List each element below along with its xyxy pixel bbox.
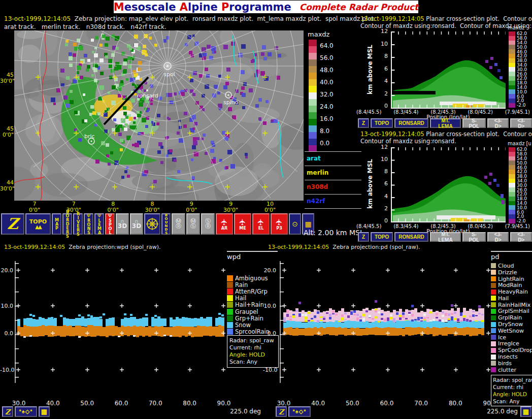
svg-text:spol: spol <box>163 71 175 78</box>
grid-mini-button[interactable]: ▦ <box>39 406 50 417</box>
y-tick-label: 6 <box>384 66 388 72</box>
map-header-line1: 13-oct-1999,12:14:05 Zebra projection: m… <box>4 15 376 22</box>
cs-toolbar-button[interactable]: S-POL <box>462 232 485 242</box>
colorbar-label: 48.0 <box>320 67 334 73</box>
cs-toolbar-button[interactable]: <3-D> <box>510 118 532 128</box>
cs-toolbar-button[interactable]: <3-D> <box>487 118 509 128</box>
colorbar-cell <box>309 66 317 73</box>
colorbar-cell <box>309 59 317 66</box>
cs2-plot-canvas[interactable] <box>391 147 506 222</box>
colorbar-row: 50.0 <box>509 160 527 165</box>
hydrometeor-symbols-button[interactable]: *♠◇* <box>288 406 311 417</box>
cs-toolbar-button[interactable]: RONSARD <box>394 232 428 242</box>
cs2-y-ticks: 121086420 <box>378 144 388 223</box>
colorbar-cell <box>309 99 317 106</box>
lat-label: 450'0" <box>0 126 14 138</box>
zebra-logo-button[interactable]: Z <box>1 213 24 235</box>
3d-view-button-1[interactable]: ∩3D <box>116 213 129 235</box>
sr-pair-button[interactable]: ⓈⓇ <box>201 213 215 235</box>
compass-wheel-button[interactable] <box>144 213 160 235</box>
status-scan: Scan: Any <box>229 359 276 366</box>
timestamp: 13-oct-1999,12:14:05 <box>268 244 329 250</box>
wpd-ytick-0: 0.0 <box>0 330 13 337</box>
cs2-toolbar: ZTOPORONSARDMT. LEMAS-POL<3-D><3-D> <box>358 232 532 242</box>
aircraft-p3-button[interactable]: ✈P3 <box>271 213 288 235</box>
map-button[interactable]: MAP <box>52 213 61 235</box>
zebra-mini-button[interactable]: Z <box>276 406 287 417</box>
borders-button[interactable]: BORDERS <box>62 213 72 235</box>
airplane-icon: ✈ <box>275 218 283 225</box>
cs-toolbar-button[interactable]: TOPO <box>371 232 393 242</box>
ms-pair-button[interactable]: ⓂⓈ <box>186 213 200 235</box>
rivers-button[interactable]: RIVERS <box>73 213 83 235</box>
bounds-button[interactable]: BOUNDS <box>161 213 171 235</box>
spol-radar-button[interactable]: ΨSPOL <box>105 213 115 235</box>
colorbar-row: 30.0 <box>509 67 527 72</box>
track-item[interactable]: merlin <box>305 166 361 180</box>
y-tick-label: 6 <box>384 181 388 186</box>
legend-item: DrySnow <box>491 321 532 328</box>
cs-toolbar-button[interactable]: RONSARD <box>394 118 428 128</box>
aircraft-merlin-button[interactable]: ✈ME <box>234 213 251 235</box>
status-angle: Angle: HOLD <box>229 351 276 359</box>
pd-legend-items: CloudDrizzleLightRainModRainHeavyRainHai… <box>491 263 532 373</box>
legend-item: Snow <box>227 321 278 328</box>
legend-item: birds <box>491 360 532 367</box>
legend-swatch <box>227 322 233 328</box>
cs1-plot-canvas[interactable] <box>391 31 506 109</box>
aircraft-arat-button[interactable]: ✈AR <box>216 213 233 235</box>
colorbar-label: 56.0 <box>320 55 334 61</box>
cs-toolbar-button[interactable]: Z <box>358 118 369 128</box>
cs-toolbar-button[interactable]: <3-D> <box>487 232 509 242</box>
legend-swatch <box>491 302 496 307</box>
3d-view-button-2[interactable]: ∩3D <box>130 213 143 235</box>
status-current: Current: rhi <box>493 383 532 391</box>
colorbar-cell <box>309 125 317 132</box>
colorbar-cell <box>309 112 317 119</box>
cs-toolbar-button[interactable]: MT. LEMA <box>430 232 461 242</box>
y-tick-label: 10 <box>381 156 388 162</box>
cs1-colorbar: 62.058.054.050.046.042.038.034.030.026.0… <box>509 31 527 108</box>
zebra-mini-button[interactable]: Z <box>2 406 13 417</box>
cs-toolbar-button[interactable]: TOPO <box>371 118 393 128</box>
topo-button[interactable]: TOPO▲▲ <box>25 213 51 235</box>
legend-item: clutter <box>491 367 532 373</box>
track-item[interactable]: arat <box>305 151 361 166</box>
colorbar-row: 10.0 <box>509 89 527 94</box>
legend-swatch <box>227 288 233 295</box>
legend-item: Rain <box>227 281 278 288</box>
cs-toolbar-button[interactable]: MT. LEMA <box>430 118 461 128</box>
legend-item: SprCoolDrop <box>491 347 532 353</box>
wpd-plot-canvas[interactable] <box>14 251 226 402</box>
cs-toolbar-button[interactable]: <3-D> <box>510 232 532 242</box>
x-tick-label: 50.0 <box>342 400 363 407</box>
wpd-header: 13-oct-1999,12:14:05 Zebra projection:wp… <box>4 244 161 250</box>
lema-radar-button[interactable]: ΨLEMA <box>94 213 104 235</box>
radar-map-canvas[interactable]: spol ronsard spino bric <box>14 30 304 201</box>
colorbar-row: 50.0 <box>509 45 527 49</box>
track-item[interactable]: n42rf <box>305 195 361 209</box>
x-tick-label: 80.0 <box>445 400 466 407</box>
y-tick-label: 4 <box>384 194 388 199</box>
lon-label: 80'0" <box>99 201 127 213</box>
lon-label: 930'0" <box>217 201 245 213</box>
legend-swatch <box>491 283 496 288</box>
target-dot-button[interactable]: ⊙ <box>289 213 301 235</box>
ronsard-radar-button[interactable]: ΨRONS <box>84 213 93 235</box>
lon-label: 830'0" <box>138 201 167 213</box>
cs1-y-ticks: 121086420 <box>378 28 388 109</box>
legend-item: AttenR/Grp <box>227 288 278 295</box>
cs1-y-axis-label: km above MSL <box>367 31 374 108</box>
cs-toolbar-button[interactable]: Z <box>358 232 369 242</box>
cs-toolbar-button[interactable]: S-POL <box>462 118 485 128</box>
track-item[interactable]: n308d <box>305 180 361 195</box>
y-tick-label: 0 <box>384 103 388 109</box>
pd-plot-canvas[interactable] <box>279 251 490 402</box>
legend-swatch <box>491 361 496 366</box>
mr-pair-button[interactable]: ⓂⓇ <box>172 213 185 235</box>
x-tick-label: (7.9/45.1) <box>505 109 530 115</box>
colorbar-cell <box>309 92 317 99</box>
hydrometeor-symbols-button[interactable]: *♠◇* <box>15 406 37 417</box>
grid-mini-button[interactable]: ▦ <box>520 406 531 417</box>
aircraft-electra-button[interactable]: ✈EL <box>252 213 270 235</box>
